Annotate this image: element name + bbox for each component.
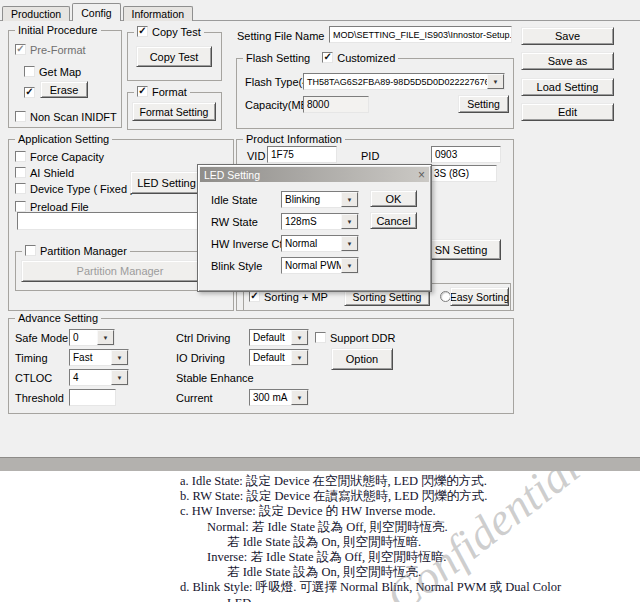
ctloc-select[interactable]: 4 ▼ — [69, 369, 129, 386]
customized-checkbox[interactable]: ✓ Customized — [322, 51, 395, 64]
chevron-down-icon[interactable]: ▼ — [341, 214, 358, 229]
non-scan-inidft-label: Non Scan INIDFT — [30, 111, 117, 123]
device-type-checkbox[interactable]: Device Type ( Fixed ) — [15, 182, 134, 195]
ctrl-driving-value: Default — [250, 330, 291, 345]
vid-label: VID — [247, 150, 265, 162]
erase-checkbox[interactable]: ✓ — [24, 86, 35, 99]
ctrl-driving-select[interactable]: Default ▼ — [249, 329, 309, 346]
edit-button[interactable]: Edit — [521, 103, 614, 121]
flash-type-label: Flash Type(4) — [245, 76, 312, 88]
check-icon: ✓ — [138, 26, 146, 36]
load-setting-button[interactable]: Load Setting — [521, 78, 614, 96]
get-map-label: Get Map — [39, 66, 81, 78]
format-group: ✓ Format Format Setting — [127, 92, 222, 130]
tab-config[interactable]: Config — [72, 3, 120, 21]
threshold-field[interactable] — [69, 389, 116, 406]
safe-mode-select[interactable]: 0 ▼ — [69, 329, 115, 346]
config-window: Production Config Information Initial Pr… — [0, 0, 640, 457]
rw-state-value: 128mS — [282, 214, 341, 229]
easy-sorting-button[interactable]: Easy Sorting — [450, 287, 509, 306]
led-setting-button[interactable]: LED Setting — [130, 171, 203, 194]
hw-inverse-value: Normal — [282, 236, 341, 251]
stable-enhance-label: Stable Enhance — [176, 372, 254, 384]
force-capacity-checkbox[interactable]: Force Capacity — [15, 150, 104, 163]
chevron-down-icon[interactable]: ▼ — [291, 330, 308, 345]
led-dialog-titlebar[interactable]: LED Setting × — [200, 167, 429, 182]
get-map-checkbox[interactable]: Get Map — [24, 65, 81, 78]
chevron-down-icon[interactable]: ▼ — [97, 330, 114, 345]
current-label: Current — [176, 392, 213, 404]
check-icon: ✓ — [138, 86, 146, 96]
preload-file-field[interactable] — [17, 212, 225, 230]
checkbox-box — [25, 245, 36, 256]
pid-field[interactable]: 0903 — [431, 146, 501, 163]
format-checkbox[interactable]: ✓ Format — [137, 85, 187, 98]
save-button[interactable]: Save — [521, 27, 614, 45]
flash-setting-title: Flash Setting — [246, 52, 310, 64]
flash-setting-legend: Flash Setting ✓ Customized — [243, 51, 398, 64]
current-value: 300 mA — [250, 390, 291, 405]
cancel-button[interactable]: Cancel — [370, 212, 417, 229]
chevron-down-icon[interactable]: ▼ — [487, 74, 504, 89]
idle-state-value: Blinking — [282, 192, 341, 207]
save-as-button[interactable]: Save as — [521, 52, 614, 70]
instructions-document: a. Idle State: 設定 Device 在空閒狀態時, LED 閃爍的… — [0, 471, 640, 602]
blink-style-label: Blink Style — [211, 260, 262, 272]
tab-production[interactable]: Production — [2, 6, 70, 21]
partition-manager-checkbox[interactable]: Partition Manager — [25, 244, 127, 257]
sn-setting-button[interactable]: SN Setting — [421, 239, 501, 260]
ok-button[interactable]: OK — [370, 190, 417, 207]
rw-state-select[interactable]: 128mS ▼ — [281, 213, 359, 230]
io-driving-label: IO Driving — [176, 352, 225, 364]
checkbox-box: ✓ — [137, 86, 148, 97]
idle-state-select[interactable]: Blinking ▼ — [281, 191, 359, 208]
format-setting-button[interactable]: Format Setting — [132, 102, 216, 121]
checkbox-box: ✓ — [137, 26, 148, 37]
chevron-down-icon[interactable]: ▼ — [111, 350, 128, 365]
hw-inverse-select[interactable]: Normal ▼ — [281, 235, 359, 252]
checkbox-box: ✓ — [24, 87, 35, 98]
force-capacity-label: Force Capacity — [30, 151, 104, 163]
capacity-label: Capacity(MB) — [245, 99, 312, 111]
flash-setting-button[interactable]: Setting — [458, 95, 509, 113]
current-select[interactable]: 300 mA ▼ — [249, 389, 309, 406]
chevron-down-icon[interactable]: ▼ — [291, 350, 308, 365]
flash-type-select[interactable]: TH58TAG6S2FBA89-98D5D5D0D022227676D5D5 ▼ — [303, 73, 505, 90]
partition-manager-legend: Partition Manager — [22, 244, 130, 257]
partition-manager-label: Partition Manager — [40, 245, 127, 257]
pre-format-checkbox[interactable]: ✓ Pre-Format — [15, 43, 86, 56]
blink-style-select[interactable]: Normal PWM ▼ — [281, 257, 359, 274]
chevron-down-icon[interactable]: ▼ — [291, 390, 308, 405]
capacity-field[interactable]: 8000 — [303, 96, 369, 113]
copy-test-legend: ✓ Copy Test — [134, 25, 204, 38]
erase-button[interactable]: Erase — [40, 81, 88, 98]
chevron-down-icon[interactable]: ▼ — [341, 192, 358, 207]
checkbox-box: ✓ — [15, 44, 26, 55]
checkbox-box — [15, 167, 26, 178]
setting-file-name-field[interactable]: MOD\SETTING_FILE_IS903\Innostor-Setup.in… — [329, 26, 512, 43]
doc-line: d. Blink Style: 呼吸燈. 可選擇 Normal Blink, N… — [180, 580, 561, 595]
chevron-down-icon[interactable]: ▼ — [341, 258, 358, 273]
ai-shield-checkbox[interactable]: AI Shield — [15, 166, 74, 179]
support-ddr-checkbox[interactable]: Support DDR — [315, 331, 395, 344]
checkbox-box — [24, 66, 35, 77]
doc-line: 若 Idle State 設為 On, 則空閒時恆亮. — [180, 565, 561, 580]
blink-style-value: Normal PWM — [282, 258, 341, 273]
copy-test-checkbox[interactable]: ✓ Copy Test — [137, 25, 201, 38]
advance-setting-group: Advance Setting Safe Mode 0 ▼ Ctrl Drivi… — [8, 318, 514, 414]
close-icon[interactable]: × — [418, 169, 425, 181]
partition-manager-button[interactable]: Partition Manager — [21, 260, 219, 282]
checkbox-box: ✓ — [322, 52, 333, 63]
vid-field[interactable]: 1F75 — [267, 146, 337, 163]
chevron-down-icon[interactable]: ▼ — [341, 236, 358, 251]
timing-select[interactable]: Fast ▼ — [69, 349, 129, 366]
chevron-down-icon[interactable]: ▼ — [111, 370, 128, 385]
initial-procedure-group: Initial Procedure ✓ Pre-Format Get Map ✓… — [8, 30, 122, 128]
tab-information[interactable]: Information — [123, 6, 194, 21]
setting-file-name-label: Setting File Name — [237, 30, 324, 42]
non-scan-inidft-checkbox[interactable]: Non Scan INIDFT — [15, 110, 117, 123]
option-button[interactable]: Option — [331, 348, 393, 370]
io-driving-select[interactable]: Default ▼ — [249, 349, 309, 366]
copy-test-button[interactable]: Copy Test — [136, 46, 212, 67]
customized-label: Customized — [337, 52, 395, 64]
